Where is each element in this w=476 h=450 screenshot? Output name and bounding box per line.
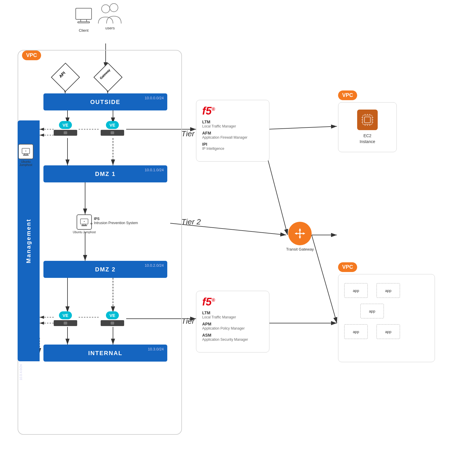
svg-line-16 [268,126,337,129]
ve-right-tier3: VE [101,311,124,326]
f5-ltm-full-t1: Local Traffic Manager [202,124,263,128]
f5-asm-abbr: ASM [202,333,263,338]
api-diamond [51,63,80,92]
svg-rect-32 [78,22,90,23]
client-icon: Client [73,6,94,33]
svg-marker-59 [299,228,301,231]
f5-logo-tier3: f5® [202,296,263,308]
outside-bar: OUTSIDE 10.0.0.0/24 [43,93,167,110]
users-icon: users [97,3,123,30]
f5-asm-full: Application Security Manager [202,338,263,342]
f5-afm-full: Application Firewall Manager [202,135,263,140]
f5-afm-abbr: AFM [202,131,263,135]
internal-label: INTERNAL [88,350,122,357]
ve-right-tier1: VE [101,121,124,136]
ve-badge-right-t3: VE [106,311,119,319]
svg-line-19 [312,235,337,323]
f5-card-tier1: f5® LTM Local Traffic Manager AFM Applic… [196,100,269,162]
dmz2-bar: DMZ 2 10.0.2.0/24 [43,261,167,278]
svg-point-34 [110,4,118,12]
tier2-label: Tier 2 [181,217,201,226]
svg-marker-61 [295,232,297,235]
apps-vpc-container: app app app app app [338,274,435,362]
diagram-container: Client users VPC Management 10.0.4.0/24 … [0,0,476,450]
management-subnet: 10.0.4.0/24 [19,364,23,380]
users-label: users [97,26,123,30]
ubuntu-jumphost-left-label: UbuntuJumphost [19,160,32,167]
internal-subnet: 10.3.0/24 [148,347,164,351]
app-box-2: app [377,283,400,298]
svg-point-33 [102,5,110,13]
ec2-icon [357,110,378,130]
dmz1-label: DMZ 1 [95,171,116,177]
svg-rect-41 [82,225,87,226]
svg-rect-30 [76,8,92,19]
dmz1-bar: DMZ 1 10.0.1.0/24 [43,165,167,182]
f5-ltm-abbr-t1: LTM [202,120,263,124]
gateway-diamond [94,63,123,92]
ubuntu-jumphost-left: UbuntuJumphost [18,144,33,167]
ips-label: IPS Intrusion Prevention System [94,217,138,225]
dmz1-subnet: 10.0.1.0/24 [145,168,164,172]
f5-apm-full: Application Policy Manager [202,326,263,330]
app-box-1: app [344,283,368,298]
app-box-4: app [344,324,368,339]
vpc-badge-ec2: VPC [338,90,357,100]
outside-subnet: 10.0.0.0/24 [145,96,164,100]
svg-rect-43 [363,115,372,125]
ve-badge-right-t1: VE [106,121,119,129]
vpc-badge-main: VPC [22,51,41,60]
gateway-diamond-wrapper: Gateway [98,67,118,88]
f5-ipi-abbr: IPI [202,142,263,147]
app-box-3: app [360,304,384,318]
transit-gateway-icon [288,222,312,245]
ve-left-tier1: VE [54,121,77,136]
internal-bar: INTERNAL 10.3.0/24 [43,345,167,362]
outside-label: OUTSIDE [90,99,121,105]
f5-card-tier3: f5® LTM Local Traffic Manager APM Applic… [196,291,269,352]
vpc-badge-apps: VPC [338,262,357,272]
svg-point-42 [84,221,85,222]
f5-ltm-abbr-t3: LTM [202,310,263,315]
f5-apm-tier3: APM Application Policy Manager [202,322,263,330]
management-label: Management [25,219,32,263]
f5-ipi-tier1: IPI IP Intelligence [202,142,263,151]
api-diamond-wrapper: API [55,67,76,88]
ubuntu-jumphost-center-label: Ubuntu Jumphost [73,231,96,234]
ve-badge-left-t1: VE [59,121,72,129]
dmz2-label: DMZ 2 [95,266,116,273]
svg-rect-31 [81,19,87,22]
ec2-card: EC2Instance [338,102,397,152]
f5-afm-tier1: AFM Application Firewall Manager [202,131,263,140]
f5-asm-tier3: ASM Application Security Manager [202,333,263,342]
svg-rect-37 [23,155,28,155]
transit-gateway: Transit Gateway [286,222,314,251]
svg-marker-62 [303,232,305,235]
ve-badge-left-t3: VE [59,311,72,319]
plus-symbol: + [90,221,93,227]
ec2-label: EC2Instance [360,133,375,145]
f5-ltm-tier3: LTM Local Traffic Manager [202,310,263,319]
ve-left-tier3: VE [54,311,77,326]
dmz2-subnet: 10.0.2.0/24 [145,263,164,268]
transit-gateway-label: Transit Gateway [286,247,314,251]
app-box-5: app [377,324,400,339]
f5-ltm-full-t3: Local Traffic Manager [202,315,263,319]
svg-marker-60 [299,236,301,239]
f5-ltm-tier1: LTM Local Traffic Manager [202,120,263,128]
svg-line-17 [268,159,288,235]
f5-ipi-full: IP Intelligence [202,147,263,151]
svg-point-38 [26,151,26,152]
f5-apm-abbr: APM [202,322,263,326]
f5-logo-tier1: f5® [202,105,263,117]
